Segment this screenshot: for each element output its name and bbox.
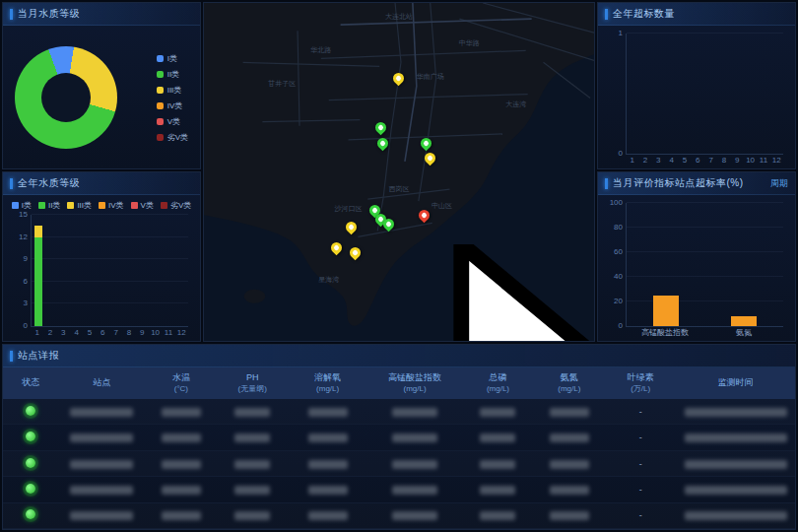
status-cell [3, 509, 58, 521]
panel-header-month-grade: 当月水质等级 [3, 3, 200, 26]
redacted-value [162, 460, 201, 469]
exceed-plot: 01 [626, 33, 783, 155]
legend-swatch [99, 202, 105, 209]
bar-segment[interactable] [34, 237, 42, 326]
redacted-value [685, 433, 787, 442]
axis-tick-label: 8 [717, 155, 730, 166]
pin-center-dot [379, 140, 386, 147]
map-place-label: 中山区 [432, 201, 452, 211]
redacted-value [70, 433, 133, 442]
table-row[interactable]: - [3, 399, 795, 425]
redacted-value [162, 408, 201, 417]
column-header: PH(无量纲) [217, 372, 288, 393]
axis-tick-label: 7 [704, 155, 717, 166]
station-pin-warn[interactable] [350, 247, 362, 263]
map-place-label: 大连北站 [385, 12, 413, 22]
column-header: 水温(°C) [146, 372, 217, 393]
table-cell [676, 510, 795, 520]
panel-title: 当月评价指标站点超标率(%) [613, 176, 744, 190]
bar-segment[interactable] [731, 316, 757, 326]
city-map[interactable]: 大连北站华北路甘井子区华南广场中华路大连湾西岗区沙河口区中山区星海湾 [203, 2, 595, 342]
panel-accent-icon [10, 178, 13, 189]
station-pin-good[interactable] [375, 122, 387, 138]
bar-segment[interactable] [653, 296, 679, 326]
table-row[interactable]: - [3, 425, 795, 450]
station-pin-alarm[interactable] [419, 210, 431, 226]
column-header-name: 氨氮 [534, 372, 605, 383]
redacted-value [550, 408, 589, 417]
legend-item[interactable]: V类 [131, 200, 154, 211]
axis-tick-label: 12 [770, 155, 783, 166]
pin-center-dot [348, 224, 355, 231]
table-cell [534, 432, 605, 442]
column-header: 高锰酸盐指数(mg/L) [367, 372, 462, 393]
period-toggle[interactable]: 周期 [770, 177, 788, 190]
table-cell [534, 458, 605, 468]
redacted-value [685, 460, 787, 469]
table-cell [462, 458, 533, 468]
bar-segment[interactable] [34, 226, 42, 236]
axis-tick-label: 2 [638, 155, 651, 166]
legend-item[interactable]: III类 [67, 200, 92, 211]
column-header: 溶解氧(mg/L) [288, 372, 366, 393]
month-grade-donut[interactable] [15, 46, 117, 149]
panel-accent-icon [10, 351, 13, 362]
table-cell [288, 485, 366, 495]
legend-label: III类 [77, 200, 92, 211]
panel-accent-icon [605, 178, 608, 189]
table-cell [146, 407, 217, 417]
legend-item[interactable]: 劣V类 [157, 132, 188, 143]
legend-item[interactable]: 劣V类 [161, 200, 191, 211]
axis-tick-label: 6 [97, 327, 109, 339]
table-row[interactable]: - [3, 503, 795, 529]
legend-item[interactable]: V类 [157, 116, 188, 127]
axis-tick-label: 1 [31, 327, 43, 339]
mouse-cursor-icon [383, 244, 595, 342]
panel-header-station-table: 站点详报 [3, 345, 795, 367]
table-cell [58, 485, 145, 495]
station-pin-good[interactable] [377, 138, 389, 154]
panel-accent-icon [605, 9, 608, 20]
table-row[interactable]: - [3, 451, 795, 477]
table-cell [146, 458, 217, 468]
legend-label: IV类 [108, 200, 124, 211]
station-pin-good[interactable] [421, 138, 432, 154]
legend-item[interactable]: IV类 [99, 200, 124, 211]
redacted-value [480, 460, 515, 469]
legend-item[interactable]: I类 [12, 200, 32, 211]
legend-item[interactable]: IV类 [157, 100, 188, 111]
table-cell [462, 510, 533, 520]
table-cell [462, 485, 533, 495]
year-grade-chart-area: I类II类III类IV类V类劣V类 03691215 1234567891011… [3, 195, 200, 342]
table-row[interactable]: - [3, 477, 795, 502]
column-header-name: 高锰酸盐指数 [367, 372, 462, 383]
station-pin-warn[interactable] [393, 73, 405, 89]
station-pin-warn[interactable] [346, 222, 358, 237]
station-pin-good[interactable] [383, 219, 395, 234]
legend-item[interactable]: II类 [38, 200, 60, 211]
legend-swatch [157, 134, 164, 141]
pin-icon [381, 217, 397, 233]
axis-tick-label: 9 [136, 327, 149, 339]
legend-label: I类 [22, 200, 32, 211]
station-pin-warn[interactable] [425, 153, 436, 168]
pin-icon [328, 240, 344, 256]
station-pin-warn[interactable] [331, 242, 343, 258]
table-cell [367, 432, 462, 442]
axis-tick-label: 5 [678, 155, 691, 166]
axis-tick-label: 1 [619, 30, 623, 37]
legend-item[interactable]: II类 [157, 69, 188, 80]
axis-tick-label: 2 [43, 327, 56, 339]
table-cell: - [605, 510, 676, 520]
pin-center-dot [385, 221, 392, 228]
year-plot: 03691215 [31, 215, 188, 327]
panel-title: 站点详报 [18, 349, 59, 363]
table-cell: - [605, 485, 676, 495]
redacted-value [162, 511, 201, 520]
redacted-value [308, 486, 348, 495]
gridline [32, 302, 188, 303]
legend-item[interactable]: III类 [157, 85, 188, 96]
redacted-value [392, 460, 437, 469]
legend-item[interactable]: I类 [157, 53, 188, 64]
table-cell [462, 432, 533, 442]
